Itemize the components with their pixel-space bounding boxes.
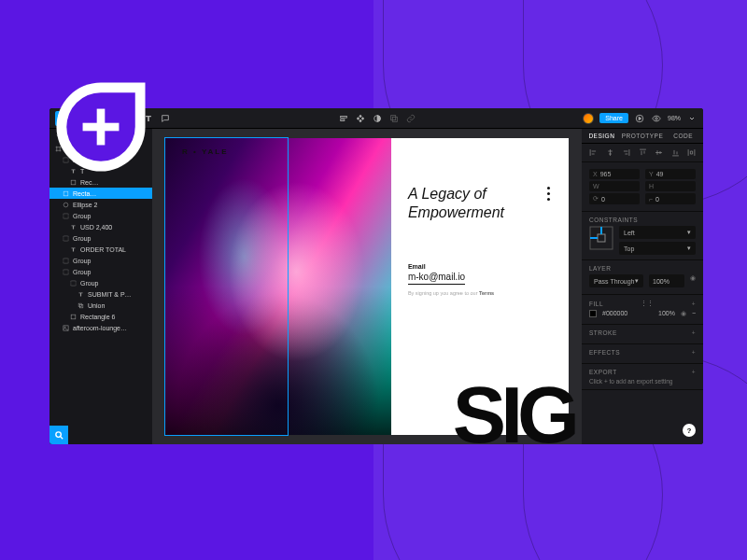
user-avatar[interactable] [583, 113, 594, 124]
stroke-title: STROKE [589, 329, 617, 336]
svg-rect-5 [392, 117, 397, 121]
constraints-section: CONSTRAINTS Left▾ Top▾ [582, 212, 703, 260]
svg-point-26 [55, 431, 61, 437]
svg-rect-14 [63, 258, 68, 262]
fill-section: FILL⋮⋮+ #000000 100% ◉ − [582, 295, 703, 325]
share-button[interactable]: Share [599, 113, 628, 123]
constraint-h-dropdown[interactable]: Left▾ [619, 226, 696, 239]
inspector-panel: Design Prototype Code X965 Y49 [582, 129, 703, 444]
layer-row[interactable]: Rec… [49, 176, 152, 188]
svg-rect-12 [63, 213, 68, 217]
add-export-button[interactable]: + [692, 369, 696, 375]
align-top-icon[interactable] [639, 148, 647, 157]
help-button[interactable]: ? [683, 424, 696, 437]
blend-mode-dropdown[interactable]: Pass Through▾ [589, 274, 643, 287]
rotation-field[interactable]: ⟳0 [589, 193, 640, 204]
y-field[interactable]: Y49 [645, 169, 696, 179]
terms-text: By signing up you agree to our Terms [408, 290, 552, 296]
tab-design[interactable]: Design [582, 129, 622, 143]
constraint-v-dropdown[interactable]: Top▾ [619, 242, 696, 255]
copy-panel: A Legacy of Empowerment Email m-ko@mail.… [391, 138, 569, 435]
layer-row[interactable]: afteroom-lounge… [49, 322, 152, 333]
align-bottom-icon[interactable] [671, 148, 680, 157]
inspector-tabs: Design Prototype Code [582, 129, 703, 144]
svg-point-11 [63, 203, 68, 207]
link-tool-icon[interactable] [405, 113, 416, 124]
add-stroke-button[interactable]: + [692, 329, 696, 336]
layer-row[interactable]: Group [49, 277, 152, 288]
stroke-section: STROKE+ [582, 325, 703, 344]
comment-tool-icon[interactable] [160, 113, 171, 124]
w-field[interactable]: W [589, 181, 640, 191]
view-settings-icon[interactable] [651, 113, 662, 124]
svg-rect-10 [63, 191, 68, 196]
terms-link[interactable]: Terms [479, 290, 494, 296]
fill-opacity-value[interactable]: 100% [658, 310, 675, 317]
transform-section: X965 Y49 W H ⟳0 ⌐0 [582, 162, 703, 212]
visibility-toggle-icon[interactable]: ◉ [690, 274, 696, 287]
export-title: EXPORT [589, 369, 617, 375]
align-left-icon[interactable] [589, 148, 598, 157]
alignment-section [582, 144, 703, 162]
svg-point-21 [64, 327, 65, 328]
fill-swatch[interactable] [589, 310, 597, 317]
add-badge-overlay [50, 77, 151, 177]
add-fill-button[interactable]: + [692, 301, 696, 307]
h-field[interactable]: H [645, 181, 696, 191]
add-effect-button[interactable]: + [692, 349, 696, 356]
tab-prototype[interactable]: Prototype [622, 129, 663, 143]
kebab-menu-icon[interactable] [547, 187, 550, 201]
headline: A Legacy of Empowerment [408, 185, 552, 222]
export-section: EXPORT+ Click + to add an export setting [582, 364, 703, 390]
layer-opacity-field[interactable]: 100% [649, 274, 684, 287]
svg-rect-17 [78, 303, 82, 307]
align-hcenter-icon[interactable] [606, 148, 614, 157]
x-field[interactable]: X965 [589, 169, 640, 179]
svg-rect-1 [340, 116, 346, 118]
component-tool-icon[interactable] [355, 113, 366, 124]
canvas[interactable]: R • YALE A Legacy of Empowerment Email m… [152, 129, 582, 444]
tab-code[interactable]: Code [663, 129, 703, 143]
hero-image: R • YALE [165, 138, 391, 435]
align-vcenter-icon[interactable] [655, 148, 663, 157]
fill-hex-value[interactable]: #000000 [602, 310, 627, 317]
svg-rect-13 [63, 235, 68, 240]
layers-search-button[interactable] [49, 426, 68, 444]
layer-row[interactable]: SUBMIT & P… [49, 288, 152, 300]
layer-row[interactable]: Group [49, 232, 152, 244]
layer-title: LAYER [589, 265, 611, 272]
layer-row[interactable]: Union [49, 300, 152, 311]
layer-row[interactable]: Rectangle 6 [49, 311, 152, 322]
layer-row[interactable]: Group [49, 255, 152, 266]
align-right-icon[interactable] [622, 148, 630, 157]
zoom-level[interactable]: 98% [668, 115, 681, 121]
align-tool-icon[interactable] [338, 113, 349, 124]
boolean-tool-icon[interactable] [388, 113, 400, 124]
distribute-icon[interactable] [687, 148, 696, 157]
mask-tool-icon[interactable] [372, 113, 383, 124]
layer-row[interactable]: Group [49, 266, 152, 277]
svg-rect-23 [598, 234, 605, 242]
email-field-value[interactable]: m-ko@mail.io [408, 272, 465, 285]
svg-rect-16 [71, 280, 76, 285]
brand-logo-text: R • YALE [182, 147, 228, 156]
chevron-down-icon[interactable] [686, 113, 698, 124]
layer-row[interactable]: ORDER TOTAL [49, 244, 152, 255]
constraints-widget-icon[interactable] [589, 226, 613, 250]
corner-radius-field[interactable]: ⌐0 [645, 193, 696, 204]
email-field-label: Email [408, 263, 552, 270]
remove-fill-icon[interactable]: − [692, 310, 696, 317]
effects-title: EFFECTS [589, 349, 620, 356]
large-display-text: SIG [453, 369, 574, 444]
styles-icon[interactable]: ⋮⋮ [641, 300, 655, 307]
layer-row[interactable]: Recta… [49, 188, 152, 199]
layer-row[interactable]: USD 2,400 [49, 221, 152, 232]
layer-section: LAYER Pass Through▾ 100% ◉ [582, 260, 703, 295]
layer-row[interactable]: Group [49, 210, 152, 221]
present-icon[interactable] [634, 113, 645, 124]
design-frame[interactable]: R • YALE A Legacy of Empowerment Email m… [165, 138, 569, 435]
svg-rect-18 [79, 304, 83, 308]
svg-rect-9 [71, 180, 76, 185]
fill-visibility-icon[interactable]: ◉ [681, 310, 686, 317]
layer-row[interactable]: Ellipse 2 [49, 199, 152, 210]
